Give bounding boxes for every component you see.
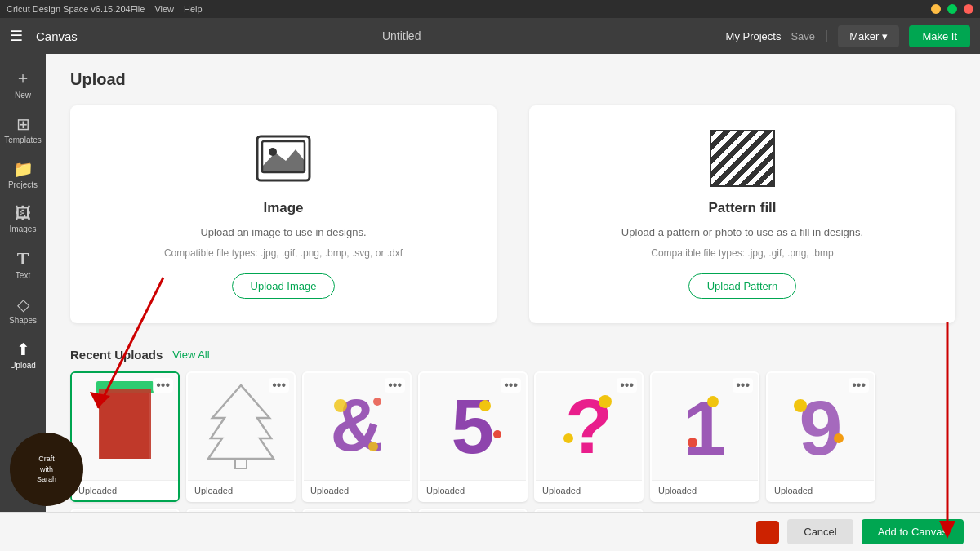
thumb-menu-4[interactable]: •••: [501, 378, 521, 393]
sidebar-label-text: Text: [16, 271, 30, 280]
svg-text:9: 9: [800, 384, 843, 471]
upload-image-button[interactable]: Upload Image: [232, 273, 336, 299]
watermark: CraftwithSarah: [10, 433, 83, 506]
thumb-label-7: Uploaded: [768, 480, 874, 500]
sidebar-label-images: Images: [10, 224, 37, 233]
close-button[interactable]: [964, 4, 973, 14]
view-all-link[interactable]: View All: [172, 349, 209, 361]
thumb-label-1: Uploaded: [72, 480, 178, 500]
title-bar: Cricut Design Space v6.15.204 File View …: [0, 0, 980, 18]
images-icon: 🖼: [15, 204, 31, 223]
svg-point-19: [707, 396, 719, 407]
svg-point-17: [564, 433, 573, 443]
svg-point-16: [599, 395, 612, 408]
svg-point-22: [794, 399, 807, 412]
watermark-text: CraftwithSarah: [37, 454, 56, 485]
title-bar-title: Cricut Design Space v6.15.204: [7, 4, 131, 14]
svg-point-11: [373, 398, 381, 406]
top-nav: ☰ Canvas Untitled My Projects Save | Mak…: [0, 18, 980, 54]
minimize-button[interactable]: [931, 4, 941, 14]
canvas-label: Canvas: [36, 29, 78, 43]
thumb-menu-2[interactable]: •••: [269, 378, 289, 393]
save-button[interactable]: Save: [791, 30, 815, 42]
bottom-bar: Cancel Add to Canvas: [0, 512, 980, 551]
shapes-icon: ◇: [17, 295, 29, 314]
untitled-label: Untitled: [382, 29, 421, 42]
upload-thumb-7[interactable]: 9 Uploaded •••: [766, 371, 875, 502]
thumb-label-text-1: Uploaded: [78, 486, 117, 495]
image-upload-card: Image Upload an image to use in designs.…: [70, 105, 497, 323]
sidebar-label-shapes: Shapes: [9, 316, 37, 325]
pattern-fill-icon: [710, 130, 775, 187]
thumb-label-text-3: Uploaded: [310, 486, 349, 495]
upload-thumb-4[interactable]: 5 Uploaded •••: [418, 371, 528, 502]
chevron-down-icon: ▾: [882, 30, 888, 42]
svg-text:&: &: [331, 384, 384, 466]
sidebar-item-projects[interactable]: 📁 Projects: [2, 153, 43, 196]
thumb-label-3: Uploaded: [304, 480, 410, 500]
upload-thumb-5[interactable]: ? Uploaded •••: [534, 371, 644, 502]
thumb-menu-6[interactable]: •••: [733, 378, 753, 393]
image-card-icon: [251, 130, 316, 187]
thumb-menu-1[interactable]: •••: [153, 378, 173, 393]
upload-cards: Image Upload an image to use in designs.…: [70, 105, 956, 323]
sidebar-item-text[interactable]: T Text: [2, 242, 43, 287]
upload-thumb-2[interactable]: Uploaded •••: [186, 371, 296, 502]
sidebar-label-upload: Upload: [10, 361, 36, 370]
my-projects-button[interactable]: My Projects: [726, 30, 782, 42]
help-menu[interactable]: Help: [184, 4, 203, 14]
upload-icon: ⬆: [16, 340, 30, 359]
color-swatch: [756, 521, 779, 544]
templates-icon: ⊞: [16, 114, 30, 134]
sidebar-label-templates: Templates: [4, 136, 42, 144]
sidebar-item-shapes[interactable]: ◇ Shapes: [2, 288, 43, 331]
main-layout: ＋ New ⊞ Templates 📁 Projects 🖼 Images T …: [0, 54, 980, 551]
nav-right: My Projects Save | Maker ▾ Make It: [726, 25, 970, 47]
sidebar-item-images[interactable]: 🖼 Images: [2, 198, 43, 240]
upload-thumb-3[interactable]: & Uploaded •••: [302, 371, 412, 502]
content-area: Upload Image Upload an image to use in d…: [46, 54, 980, 551]
window-controls: [931, 4, 973, 14]
sidebar-label-projects: Projects: [8, 180, 38, 189]
hamburger-icon[interactable]: ☰: [10, 27, 23, 45]
thumb-menu-3[interactable]: •••: [385, 378, 405, 393]
thumb-label-5: Uploaded: [536, 480, 642, 500]
maximize-button[interactable]: [947, 4, 957, 14]
svg-rect-5: [99, 389, 151, 459]
svg-point-10: [368, 442, 378, 451]
recent-uploads-header: Recent Uploads View All: [70, 348, 956, 362]
thumb-menu-5[interactable]: •••: [617, 378, 637, 393]
nav-divider: |: [825, 29, 828, 43]
pattern-upload-card: Pattern fill Upload a pattern or photo t…: [529, 105, 956, 323]
thumb-menu-7[interactable]: •••: [849, 378, 869, 393]
thumb-label-text-6: Uploaded: [658, 486, 697, 495]
image-card-title: Image: [263, 200, 303, 216]
upload-thumb-6[interactable]: 1 Uploaded •••: [650, 371, 760, 502]
thumb-label-text-5: Uploaded: [542, 486, 581, 495]
svg-point-20: [688, 438, 697, 447]
svg-point-14: [493, 430, 501, 438]
file-menu[interactable]: File: [131, 4, 145, 14]
thumb-label-2: Uploaded: [188, 480, 294, 500]
pattern-card-types: Compatible file types: .jpg, .gif, .png,…: [651, 247, 833, 259]
sidebar-item-new[interactable]: ＋ New: [2, 60, 43, 106]
thumb-label-6: Uploaded: [652, 480, 758, 500]
menu-bar: File View Help: [131, 4, 203, 14]
thumb-label-text-2: Uploaded: [194, 486, 233, 495]
upload-thumb-1[interactable]: Uploaded •••: [70, 371, 180, 502]
maker-dropdown-button[interactable]: Maker ▾: [838, 25, 899, 47]
sidebar-item-upload[interactable]: ⬆ Upload: [2, 333, 43, 376]
pattern-card-title: Pattern fill: [708, 200, 776, 216]
view-menu[interactable]: View: [154, 4, 174, 14]
svg-point-23: [834, 433, 844, 443]
image-card-desc: Upload an image to use in designs.: [200, 224, 366, 241]
sidebar-item-templates[interactable]: ⊞ Templates: [2, 108, 43, 151]
thumb-label-4: Uploaded: [420, 480, 526, 500]
add-to-canvas-button[interactable]: Add to Canvas: [862, 519, 964, 544]
new-icon: ＋: [15, 67, 31, 89]
pattern-card-icon: [710, 130, 775, 187]
make-it-button[interactable]: Make It: [909, 25, 970, 47]
svg-text:1: 1: [684, 384, 727, 471]
cancel-button[interactable]: Cancel: [787, 519, 853, 544]
upload-pattern-button[interactable]: Upload Pattern: [688, 273, 797, 299]
